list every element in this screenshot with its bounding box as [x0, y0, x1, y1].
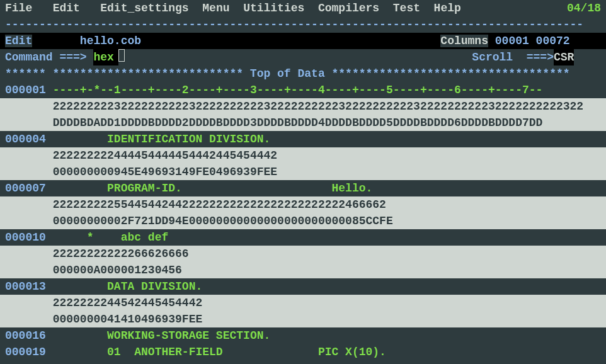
menu-bar: File Edit Edit_settings Menu Utilities C… — [0, 0, 606, 16]
scroll-value[interactable]: CSR — [554, 49, 574, 65]
code-row: 000016 WORKING-STORAGE SECTION. — [0, 327, 606, 344]
hex-row: 000000 DDDDBDADD1DDDDBDDDD2DDDDBDDDD3DDD… — [0, 115, 606, 131]
hex-text: 00000000002F721DD94E00000000000000000000… — [53, 215, 393, 227]
top-of-data-marker: ****** **************************** Top … — [0, 65, 606, 82]
menu-file[interactable]: File — [5, 2, 32, 14]
columns-label: Columns — [440, 35, 488, 47]
line-number: 000016 — [5, 329, 46, 342]
page-counter: 04/18 — [567, 0, 606, 16]
code-text[interactable]: WORKING-STORAGE SECTION. — [53, 329, 271, 342]
scroll-label: Scroll ===> — [472, 51, 554, 64]
hex-text: 222222222444454444454442445454442 — [53, 149, 277, 162]
code-text[interactable]: IDENTIFICATION DIVISION. — [53, 133, 271, 145]
cursor-icon — [118, 49, 125, 62]
code-text[interactable]: 01 ANOTHER-FIELD PIC X(10). — [53, 346, 386, 358]
code-row: 000010 * abc def — [0, 229, 606, 246]
hex-text: 2222222244542445454442 — [53, 297, 203, 309]
menu-test[interactable]: Test — [393, 2, 420, 14]
hex-row: 000000 000000000945E49693149FE0496939FEE — [0, 164, 606, 180]
col-start: 00001 — [495, 35, 529, 47]
hex-text: 0000000041410496939FEE — [53, 313, 203, 326]
hex-row: 000000 00000000002F721DD94E0000000000000… — [0, 213, 606, 229]
menu-utilities[interactable]: Utilities — [243, 2, 304, 14]
menu-edit-settings[interactable]: Edit_settings — [100, 2, 188, 14]
line-number: 000001 — [5, 84, 46, 96]
menu-compilers[interactable]: Compilers — [318, 2, 379, 14]
line-number: 000013 — [5, 280, 46, 293]
hex-row: 000000 0000000041410496939FEE — [0, 311, 606, 327]
separator: ----------------------------------------… — [0, 16, 606, 33]
col-end: 00072 — [536, 35, 570, 47]
hex-row: 000000 000000A000001230456 — [0, 262, 606, 278]
code-row: 000019 01 ANOTHER-FIELD PIC X(10). — [0, 344, 606, 360]
hex-text: 000000000945E49693149FE0496939FEE — [53, 166, 277, 178]
hex-row: 000000 2222222244542445454442 — [0, 295, 606, 311]
hex-text: DDDDBDADD1DDDDBDDDD2DDDDBDDDD3DDDDBDDDD4… — [53, 117, 543, 129]
hex-row: 000000 222222222444454444454442445454442 — [0, 147, 606, 164]
editor-body: 000001 ----+-*--1----+----2----+----3---… — [0, 82, 606, 360]
edit-header: Edit hello.cob Columns 00001 00072 — [0, 33, 606, 49]
code-row: 000013 DATA DIVISION. — [0, 278, 606, 295]
line-number: 000010 — [5, 231, 46, 244]
ruler-row: 000001 ----+-*--1----+----2----+----3---… — [0, 82, 606, 98]
command-row: Command ===> Scroll ===>CSR — [0, 49, 606, 65]
code-text[interactable]: DATA DIVISION. — [53, 280, 203, 293]
command-label: Command ===> — [5, 51, 87, 64]
hex-row: 000000 22222222222266626666 — [0, 246, 606, 262]
hex-text: 2222222225544544244222222222222222222222… — [53, 198, 386, 211]
code-text[interactable]: PROGRAM-ID. Hello. — [53, 182, 373, 195]
filename: hello.cob — [80, 35, 141, 47]
hex-text: 2222222223222222222232222222222322222222… — [53, 100, 584, 113]
hex-text: 000000A000001230456 — [53, 264, 182, 276]
hex-text: 22222222222266626666 — [53, 247, 189, 260]
ruler-text: ----+-*--1----+----2----+----3----+----4… — [53, 84, 543, 96]
code-row: 000004 IDENTIFICATION DIVISION. — [0, 131, 606, 147]
code-row: 000007 PROGRAM-ID. Hello. — [0, 180, 606, 196]
line-number: 000007 — [5, 182, 46, 195]
hex-row: 000000 222222222322222222223222222222232… — [0, 98, 606, 115]
menu-edit[interactable]: Edit — [53, 2, 80, 14]
hex-row: 000000 222222222554454424422222222222222… — [0, 196, 606, 213]
menu-menu[interactable]: Menu — [202, 2, 229, 14]
code-text[interactable]: * abc def — [53, 231, 169, 244]
command-input[interactable] — [93, 49, 118, 65]
line-number: 000004 — [5, 133, 46, 145]
menu-help[interactable]: Help — [434, 2, 461, 14]
line-number: 000019 — [5, 346, 46, 358]
edit-label: Edit — [5, 35, 32, 47]
